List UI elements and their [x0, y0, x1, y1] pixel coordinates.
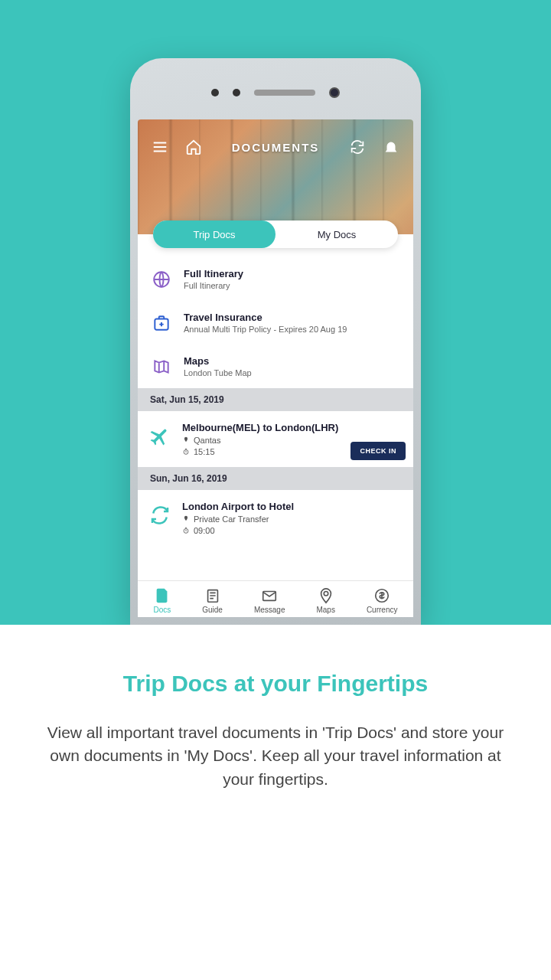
nav-label: Currency [367, 606, 398, 614]
phone-mockup: DOCUMENTS Trip Docs My Docs [130, 58, 421, 625]
home-icon[interactable] [185, 139, 202, 155]
nav-label: Guide [202, 606, 223, 614]
pin-icon [182, 515, 190, 523]
doc-subtitle: Annual Multi Trip Policy - Expires 20 Au… [184, 325, 399, 334]
menu-icon[interactable] [152, 139, 168, 155]
nav-maps[interactable]: Maps [316, 587, 334, 614]
segment-title: London Airport to Hotel [182, 501, 403, 512]
bell-icon[interactable] [383, 139, 399, 155]
maps-icon [318, 587, 334, 604]
clock-icon [182, 527, 190, 534]
message-icon [261, 587, 278, 604]
nav-docs[interactable]: Docs [153, 587, 171, 614]
clock-icon [182, 448, 190, 456]
segment-title: Melbourne(MEL) to London(LHR) [182, 422, 403, 433]
refresh-icon[interactable] [349, 139, 366, 155]
speaker-grille [254, 90, 315, 96]
promo-body: View all important travel documents in '… [38, 721, 513, 791]
phone-hardware-top [138, 66, 413, 119]
doc-title: Maps [184, 355, 399, 367]
document-tabs: Trip Docs My Docs [153, 220, 398, 248]
bottom-navigation: Docs Guide Message Maps Currency [138, 580, 413, 617]
promo-title: Trip Docs at your Fingertips [38, 671, 513, 697]
promo-lower-panel: Trip Docs at your Fingertips View all im… [0, 625, 551, 837]
nav-label: Message [254, 606, 285, 614]
app-header: DOCUMENTS Trip Docs My Docs [138, 119, 413, 234]
pin-icon [182, 436, 190, 444]
promo-upper-panel: DOCUMENTS Trip Docs My Docs [0, 0, 551, 625]
phone-screen: DOCUMENTS Trip Docs My Docs [138, 119, 413, 617]
nav-message[interactable]: Message [254, 587, 285, 614]
nav-label: Maps [316, 606, 334, 614]
page-title: DOCUMENTS [232, 141, 320, 154]
checkin-button[interactable]: CHECK IN [350, 442, 406, 460]
docs-icon [154, 587, 171, 604]
segment-provider: Private Car Transfer [194, 514, 269, 524]
doc-title: Full Itinerary [184, 268, 399, 279]
date-header: Sun, Jun 16, 2019 [138, 467, 413, 490]
transfer-icon [148, 504, 171, 527]
medkit-icon [152, 313, 171, 333]
guide-icon [204, 587, 221, 604]
tab-trip-docs[interactable]: Trip Docs [153, 220, 276, 248]
map-icon [152, 357, 171, 377]
nav-currency[interactable]: Currency [367, 587, 398, 614]
doc-subtitle: Full Itinerary [184, 281, 399, 290]
date-header: Sat, Jun 15, 2019 [138, 388, 413, 411]
sensor-dot [233, 89, 240, 96]
sensor-dot [211, 89, 219, 96]
nav-guide[interactable]: Guide [202, 587, 223, 614]
doc-title: Travel Insurance [184, 312, 399, 323]
svg-point-6 [324, 592, 328, 596]
tab-my-docs[interactable]: My Docs [276, 220, 398, 248]
documents-list: Full Itinerary Full Itinerary Travel Ins… [138, 234, 413, 580]
front-camera [329, 87, 340, 98]
doc-row-insurance[interactable]: Travel Insurance Annual Multi Trip Polic… [138, 301, 413, 345]
nav-label: Docs [153, 606, 171, 614]
doc-row-itinerary[interactable]: Full Itinerary Full Itinerary [138, 257, 413, 301]
currency-icon [373, 587, 390, 604]
plane-icon [148, 425, 171, 448]
segment-time: 09:00 [194, 526, 215, 535]
segment-transfer[interactable]: London Airport to Hotel Private Car Tran… [138, 490, 413, 546]
segment-flight[interactable]: Melbourne(MEL) to London(LHR) Qantas 15:… [138, 411, 413, 467]
globe-icon [152, 270, 171, 289]
doc-subtitle: London Tube Map [184, 368, 399, 377]
doc-row-maps[interactable]: Maps London Tube Map [138, 345, 413, 388]
segment-time: 15:15 [194, 447, 215, 456]
top-toolbar: DOCUMENTS [138, 119, 413, 155]
segment-provider: Qantas [194, 436, 220, 445]
